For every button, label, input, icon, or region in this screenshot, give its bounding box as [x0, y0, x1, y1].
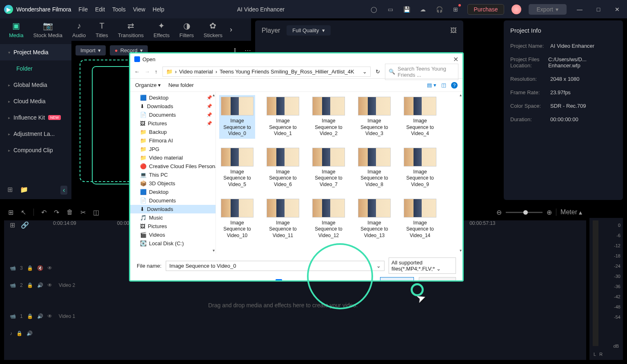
- pin-icon[interactable]: 📌: [207, 112, 212, 118]
- file-item[interactable]: Image Sequence to Video_10: [219, 197, 255, 241]
- chevron-down-icon[interactable]: ⌄: [362, 69, 367, 75]
- tree-node[interactable]: 🎵Music: [130, 213, 216, 222]
- checkbox-input[interactable]: [276, 279, 282, 282]
- purchase-button[interactable]: Purchase: [467, 4, 504, 15]
- nav-back-icon[interactable]: ←: [134, 69, 140, 75]
- sidebar-global-media[interactable]: ▸Global Media: [0, 77, 71, 93]
- zoom-slider[interactable]: [506, 212, 543, 213]
- maximize-button[interactable]: □: [593, 4, 604, 15]
- tree-node[interactable]: 📄Documents: [130, 196, 216, 205]
- screen-icon[interactable]: ▭: [386, 5, 395, 14]
- tree-node[interactable]: 📄Documents📌: [130, 111, 216, 119]
- file-item[interactable]: Image Sequence to Video_3: [356, 95, 392, 139]
- tree-node[interactable]: ⬇Downloads: [130, 205, 216, 213]
- file-item[interactable]: Image Sequence to Video_7: [311, 146, 347, 190]
- save-icon[interactable]: 💾: [402, 5, 411, 14]
- file-grid[interactable]: ▴ ▾ Image Sequence to Video_0Image Seque…: [216, 92, 462, 253]
- file-item[interactable]: Image Sequence to Video_14: [402, 197, 438, 241]
- export-button[interactable]: Export▾: [529, 4, 567, 15]
- tree-node[interactable]: 🔴Creative Cloud Files Personal Account: [130, 162, 216, 171]
- help-icon[interactable]: ?: [451, 82, 458, 89]
- tree-node[interactable]: ⬇Downloads📌: [130, 102, 216, 111]
- sidebar-project-media[interactable]: ▾Project Media: [0, 44, 71, 60]
- tab-stock-media[interactable]: 📷Stock Media: [29, 18, 67, 41]
- tree-node[interactable]: 🎬Videos: [130, 231, 216, 239]
- add-track-icon[interactable]: ⊞: [10, 221, 15, 229]
- track-audio[interactable]: ♪🔒🔊: [4, 326, 586, 341]
- cloud-icon[interactable]: ☁: [418, 5, 427, 14]
- tab-media[interactable]: ▣Media: [5, 18, 27, 41]
- zoom-in-icon[interactable]: ⊕: [547, 209, 552, 216]
- file-item[interactable]: Image Sequence to Video_5: [219, 146, 255, 190]
- grid-icon[interactable]: ⊞: [8, 209, 13, 216]
- dialog-close-icon[interactable]: ✕: [453, 55, 458, 63]
- menu-tools[interactable]: Tools: [112, 6, 126, 13]
- pointer-icon[interactable]: ↖: [21, 209, 26, 216]
- tab-audio[interactable]: ♪Audio: [68, 19, 90, 41]
- apps-icon[interactable]: ⊞: [451, 5, 460, 14]
- scroll-up-icon[interactable]: ▴: [460, 93, 462, 97]
- menu-view[interactable]: View: [133, 6, 145, 13]
- sidebar-influence-kit[interactable]: ▸Influence KitNEW: [0, 109, 71, 126]
- scroll-down-icon[interactable]: ▾: [460, 248, 462, 253]
- volume-icon[interactable]: 🔊: [37, 282, 43, 288]
- lock-icon[interactable]: 🔒: [16, 331, 22, 336]
- lock-icon[interactable]: 🔒: [27, 282, 33, 288]
- file-item[interactable]: Image Sequence to Video_4: [402, 95, 438, 139]
- tab-transitions[interactable]: ⇄Transitions: [114, 18, 148, 41]
- folder-icon[interactable]: 📁: [20, 186, 28, 193]
- eye-icon[interactable]: 👁: [47, 265, 52, 271]
- file-name-input[interactable]: Image Sequence to Video_0 ⌄: [166, 261, 385, 271]
- file-item[interactable]: Image Sequence to Video_8: [356, 146, 392, 190]
- slider-thumb[interactable]: [523, 210, 528, 215]
- lock-icon[interactable]: 🔒: [27, 265, 33, 271]
- tree-node[interactable]: 💽Local Disk (C:): [130, 239, 216, 248]
- pin-icon[interactable]: 📌: [207, 121, 212, 126]
- crumb-part[interactable]: Teens Young Friends Smiling_By_Ross_Hill…: [220, 69, 354, 75]
- track-1[interactable]: 📹1🔒🔊👁 Video 1: [4, 309, 586, 324]
- meter-toggle[interactable]: Meter ▴: [560, 209, 582, 216]
- new-folder-icon[interactable]: ⊞: [7, 186, 13, 193]
- search-box[interactable]: 🔍Search Teens Young Friends ...: [385, 64, 458, 80]
- tree-node[interactable]: 📦3D Objects: [130, 179, 216, 188]
- sidebar-adjustment-layer[interactable]: ▸Adjustment La...: [0, 126, 71, 142]
- zoom-out-icon[interactable]: ⊖: [496, 209, 502, 216]
- image-sequence-checkbox[interactable]: Image Sequence: [276, 279, 331, 282]
- tabs-more-icon[interactable]: ›: [230, 25, 232, 34]
- minimize-button[interactable]: —: [574, 4, 585, 15]
- file-item[interactable]: Image Sequence to Video_1: [265, 95, 301, 139]
- nav-up-icon[interactable]: ↑: [155, 69, 158, 75]
- quality-dropdown[interactable]: Full Quality▾: [287, 25, 331, 36]
- sidebar-compound-clip[interactable]: ▸Compound Clip: [0, 142, 71, 158]
- file-type-dropdown[interactable]: All supported files(*.MP4;*.FLV;* ⌄: [389, 257, 456, 274]
- pin-icon[interactable]: 📌: [207, 104, 212, 109]
- crop-icon[interactable]: ◫: [93, 209, 99, 216]
- open-button[interactable]: Open: [380, 277, 414, 282]
- volume-icon[interactable]: 🔊: [37, 313, 43, 319]
- tree-node[interactable]: 📁Backup: [130, 128, 216, 136]
- tree-node[interactable]: 💻This PC: [130, 171, 216, 179]
- tree-node[interactable]: 🟦Desktop📌: [130, 93, 216, 102]
- tree-node[interactable]: 📁Video material: [130, 153, 216, 162]
- cancel-button[interactable]: Cancel: [419, 277, 456, 282]
- snapshot-icon[interactable]: 🖼: [450, 27, 457, 34]
- tree-node[interactable]: 📁JPG: [130, 145, 216, 153]
- menu-edit[interactable]: Edit: [95, 6, 105, 13]
- volume-icon[interactable]: 🔊: [27, 331, 33, 336]
- chevron-down-icon[interactable]: ⌄: [376, 263, 381, 269]
- eye-icon[interactable]: 👁: [47, 313, 52, 319]
- lock-icon[interactable]: 🔒: [27, 313, 33, 319]
- new-folder-button[interactable]: New folder: [168, 82, 193, 88]
- view-mode-icon[interactable]: ▤ ▾: [427, 82, 436, 88]
- collapse-sidebar-icon[interactable]: ‹: [60, 186, 67, 195]
- menu-file[interactable]: File: [78, 6, 88, 13]
- organize-menu[interactable]: Organize ▾: [135, 82, 161, 88]
- file-item[interactable]: Image Sequence to Video_6: [265, 146, 301, 190]
- tab-filters[interactable]: ◑Filters: [175, 18, 198, 41]
- pin-icon[interactable]: 📌: [207, 95, 212, 100]
- breadcrumb[interactable]: 📁 › Video material › Teens Young Friends…: [162, 67, 371, 77]
- tree-node[interactable]: 📁Filmora AI: [130, 136, 216, 145]
- file-item[interactable]: Image Sequence to Video_13: [356, 197, 392, 241]
- record-icon[interactable]: ◯: [369, 5, 378, 14]
- undo-icon[interactable]: ↶: [41, 209, 47, 216]
